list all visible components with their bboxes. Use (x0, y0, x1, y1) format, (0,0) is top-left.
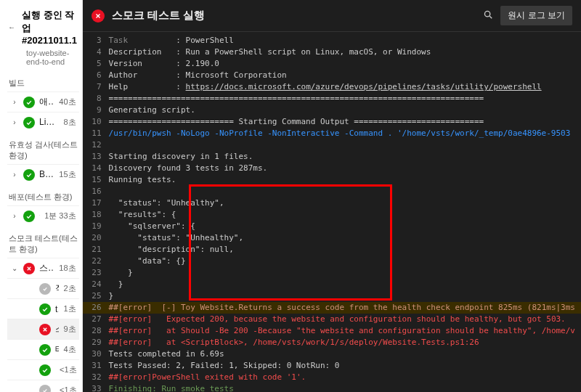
section-header: 빌드 (9, 75, 79, 89)
log-line: 24 } (83, 279, 581, 290)
line-number: 33 (89, 383, 109, 392)
step-duration: <1초 (60, 385, 77, 392)
step-duration: <1초 (60, 364, 77, 375)
step-row[interactable]: ›애플리케이션 및 데이터...40초 (7, 91, 79, 112)
step-title: 스모크 테스트 실행 (112, 9, 476, 23)
log-line: 5Version : 2.190.0 (83, 58, 581, 70)
step-duration: 9초 (63, 324, 76, 335)
line-text: } (109, 279, 123, 290)
line-number: 23 (89, 267, 109, 279)
line-text: ##[error] at Should -Be 200 -Because "th… (109, 325, 575, 337)
log-line: 25} (83, 290, 581, 302)
search-icon[interactable] (483, 9, 493, 22)
pass-icon (23, 169, 35, 181)
chevron-right-icon[interactable]: › (10, 171, 19, 179)
line-text: Running tests. (109, 174, 176, 186)
log-line: 17 "status": "Unhealthy", (83, 197, 581, 209)
line-text: /usr/bin/pwsh -NoLogo -NoProfile -NonInt… (109, 128, 571, 139)
svg-line-1 (490, 16, 492, 18)
step-duration: 1분 33초 (44, 211, 76, 221)
step-row[interactable]: 작업 완료<1초 (7, 380, 79, 392)
log-line: 9Generating script. (83, 105, 581, 116)
step-row[interactable]: ›웹 사이트 배포1분 33초 (7, 205, 79, 226)
pass-icon (23, 117, 35, 128)
log-line: 22 "data": {} (83, 256, 581, 267)
log-line: 27##[error] Expected 200, because the we… (83, 314, 581, 325)
raw-log-button[interactable]: 원시 로그 보기 (500, 6, 572, 25)
step-row[interactable]: ›Lint 코드8초 (7, 112, 79, 132)
log-line: 31Tests Passed: 2, Failed: 1, Skipped: 0… (83, 360, 581, 372)
step-duration: 40초 (59, 97, 76, 107)
pass-icon (39, 344, 51, 356)
step-row[interactable]: ›Bicep 코드 유효성 검사15초 (7, 164, 79, 184)
line-number: 7 (89, 81, 109, 93)
chevron-right-icon[interactable]: › (10, 212, 19, 220)
line-number: 18 (89, 209, 109, 221)
line-number: 8 (89, 93, 109, 105)
chevron-down-icon[interactable]: ⌄ (10, 264, 19, 272)
step-label: Lint 코드 (39, 116, 59, 128)
line-text: Discovery found 3 tests in 287ms. (109, 163, 268, 174)
line-text: } (109, 267, 133, 279)
line-number: 30 (89, 348, 109, 360)
pass-icon (23, 97, 35, 108)
step-row[interactable]: ⌄스모크 테스트18초 (7, 258, 79, 278)
back-arrow-icon[interactable]: ← (7, 23, 16, 31)
log-line: 30Tests completed in 6.69s (83, 348, 581, 360)
line-text: } (109, 290, 114, 302)
line-number: 6 (89, 70, 109, 81)
line-text: Help : https://docs.microsoft.com/azure/… (109, 81, 542, 93)
line-number: 9 (89, 105, 109, 116)
step-row[interactable]: 사후 작업: 체크 아웃...<1초 (7, 359, 79, 380)
line-text: Task : PowerShell (109, 35, 234, 46)
chevron-right-icon[interactable]: › (10, 98, 19, 106)
line-number: 19 (89, 221, 109, 232)
step-duration: 15초 (59, 169, 76, 180)
log-line: 13Starting discovery in 1 files. (83, 151, 581, 163)
line-number: 20 (89, 232, 109, 244)
svg-point-0 (485, 11, 490, 16)
log-line: 26##[error] [-] Toy Website.Returns a su… (83, 302, 581, 314)
line-number: 22 (89, 256, 109, 267)
log-line: 29##[error] at <ScriptBlock>, /home/vsts… (83, 337, 581, 348)
line-number: 5 (89, 58, 109, 70)
step-duration: 8초 (63, 117, 76, 128)
step-row[interactable]: toy-website-end-to-end...1초 (7, 298, 79, 319)
fail-icon (23, 263, 35, 274)
skip-icon (39, 283, 51, 295)
log-line: 18 "results": { (83, 209, 581, 221)
line-number: 29 (89, 337, 109, 348)
log-line: 11/usr/bin/pwsh -NoLogo -NoProfile -NonI… (83, 128, 581, 139)
step-duration: 18초 (59, 263, 76, 274)
step-label: 작업 초기화 (55, 282, 59, 295)
line-text: "results": { (109, 209, 176, 221)
log-line: 7Help : https://docs.microsoft.com/azure… (83, 81, 581, 93)
step-label: 애플리케이션 및 데이터... (39, 96, 54, 108)
log-line: 12 (83, 139, 581, 151)
line-number: 32 (89, 372, 109, 383)
line-text: "status": "Unhealthy", (109, 197, 224, 209)
pass-icon (23, 211, 35, 222)
step-label: 테스트 결과 게시 (55, 343, 59, 356)
step-label: toy-website-end-to-end... (55, 304, 59, 314)
log-line: 32##[error]PowerShell exited with code '… (83, 372, 581, 383)
line-text: "sqlserver": { (109, 221, 195, 232)
line-number: 25 (89, 290, 109, 302)
line-number: 15 (89, 174, 109, 186)
step-label: 웹 사이트 배포 (39, 210, 40, 222)
step-row[interactable]: 작업 초기화2초 (7, 278, 79, 298)
chevron-right-icon[interactable]: › (10, 118, 19, 126)
log-panel: 스모크 테스트 실행 원시 로그 보기 3Task : PowerShell4D… (83, 0, 581, 392)
step-label: 스모크 테스트 실행 (55, 323, 59, 335)
fail-icon (39, 324, 51, 335)
log-line: 3Task : PowerShell (83, 35, 581, 46)
log-line: 8=======================================… (83, 93, 581, 105)
step-row[interactable]: 테스트 결과 게시4초 (7, 339, 79, 359)
log-line: 28##[error] at Should -Be 200 -Because "… (83, 325, 581, 337)
step-row[interactable]: 스모크 테스트 실행9초 (7, 319, 79, 339)
line-number: 21 (89, 244, 109, 256)
line-number: 26 (89, 302, 109, 314)
line-number: 31 (89, 360, 109, 372)
line-text: "status": "Unhealthy", (109, 232, 243, 244)
line-text: Finishing: Run smoke tests (109, 383, 234, 392)
